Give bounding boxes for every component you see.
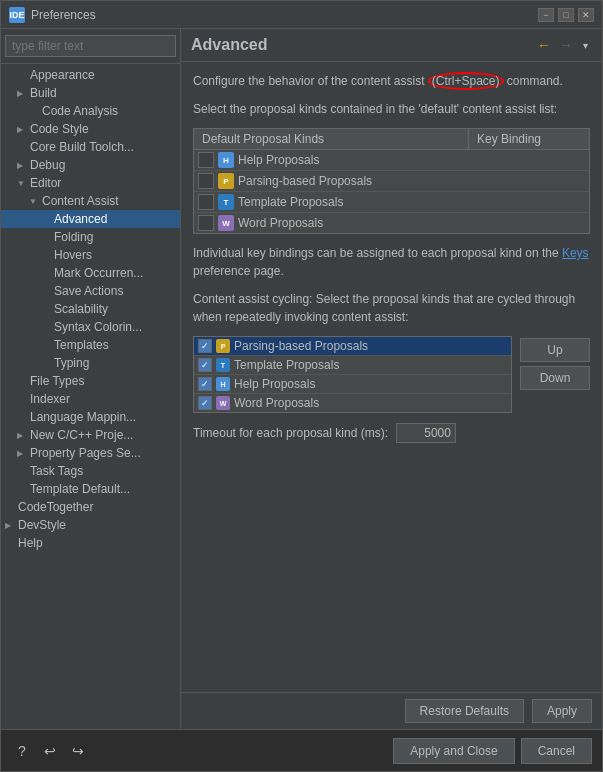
cycling-checkbox[interactable] [198, 377, 212, 391]
cycling-icon: H [216, 377, 230, 391]
keys-link[interactable]: Keys [562, 246, 589, 260]
tree-item-indexer[interactable]: Indexer [1, 390, 180, 408]
cycling-icon: W [216, 396, 230, 410]
tree-item-label: Task Tags [30, 464, 83, 478]
tree-item-content-assist[interactable]: ▼Content Assist [1, 192, 180, 210]
shortcut-highlight: (Ctrl+Space) [428, 72, 504, 90]
cycling-label: Word Proposals [234, 396, 319, 410]
tree-item-label: Template Default... [30, 482, 130, 496]
tree-item-label: Help [18, 536, 43, 550]
main-content: Appearance▶BuildCode Analysis▶Code Style… [1, 29, 602, 729]
bottom-bar: ? ↩ ↪ Apply and Close Cancel [1, 729, 602, 771]
tree-item-scalability[interactable]: Scalability [1, 300, 180, 318]
tree-item-help[interactable]: Help [1, 534, 180, 552]
timeout-input[interactable] [396, 423, 456, 443]
tree-item-label: New C/C++ Proje... [30, 428, 133, 442]
tree-item-templates[interactable]: Templates [1, 336, 180, 354]
tree-item-language-mapping[interactable]: Language Mappin... [1, 408, 180, 426]
keybinding-text: Individual key bindings can be assigned … [193, 244, 590, 280]
tree-item-template-default[interactable]: Template Default... [1, 480, 180, 498]
tree-item-label: Content Assist [42, 194, 119, 208]
tree-item-label: DevStyle [18, 518, 66, 532]
right-body: Configure the behavior of the content as… [181, 62, 602, 692]
tree-item-devstyle[interactable]: ▶DevStyle [1, 516, 180, 534]
tree-item-label: Code Style [30, 122, 89, 136]
tree-item-codetogether[interactable]: CodeTogether [1, 498, 180, 516]
up-button[interactable]: Up [520, 338, 590, 362]
tree-item-label: Mark Occurren... [54, 266, 143, 280]
table-row[interactable]: H Help Proposals [194, 150, 589, 171]
row-checkbox[interactable] [198, 194, 214, 210]
tree-item-label: Indexer [30, 392, 70, 406]
minimize-button[interactable]: − [538, 8, 554, 22]
apply-and-close-button[interactable]: Apply and Close [393, 738, 514, 764]
cycling-row[interactable]: H Help Proposals [194, 375, 511, 394]
tree-item-appearance[interactable]: Appearance [1, 66, 180, 84]
tree-item-mark-occurrences[interactable]: Mark Occurren... [1, 264, 180, 282]
forward-button[interactable]: → [556, 35, 576, 55]
tree-item-label: Folding [54, 230, 93, 244]
tree-item-syntax-coloring[interactable]: Syntax Colorin... [1, 318, 180, 336]
table-row[interactable]: P Parsing-based Proposals [194, 171, 589, 192]
tree-item-hovers[interactable]: Hovers [1, 246, 180, 264]
apply-button[interactable]: Apply [532, 699, 592, 723]
cycling-checkbox[interactable] [198, 396, 212, 410]
row-icon: T [218, 194, 234, 210]
tree-item-save-actions[interactable]: Save Actions [1, 282, 180, 300]
cycling-description: Content assist cycling: Select the propo… [193, 290, 590, 326]
tree-item-label: Editor [30, 176, 61, 190]
cycling-checkbox[interactable] [198, 339, 212, 353]
maximize-button[interactable]: □ [558, 8, 574, 22]
tree-item-label: Appearance [30, 68, 95, 82]
restore-defaults-button[interactable]: Restore Defaults [405, 699, 524, 723]
tree-item-task-tags[interactable]: Task Tags [1, 462, 180, 480]
arrow-icon: ▶ [17, 431, 27, 440]
section-label-proposals: Select the proposal kinds contained in t… [193, 100, 590, 118]
tree-item-build[interactable]: ▶Build [1, 84, 180, 102]
tree-item-property-pages[interactable]: ▶Property Pages Se... [1, 444, 180, 462]
row-icon: H [218, 152, 234, 168]
row-checkbox[interactable] [198, 152, 214, 168]
tree-item-folding[interactable]: Folding [1, 228, 180, 246]
timeout-label: Timeout for each proposal kind (ms): [193, 426, 388, 440]
tree-item-typing[interactable]: Typing [1, 354, 180, 372]
tree-item-code-style[interactable]: ▶Code Style [1, 120, 180, 138]
arrow-icon: ▼ [29, 197, 39, 206]
tree-item-label: File Types [30, 374, 84, 388]
tree-item-label: Hovers [54, 248, 92, 262]
right-header: Advanced ← → ▾ [181, 29, 602, 62]
tree-item-editor[interactable]: ▼Editor [1, 174, 180, 192]
cancel-button[interactable]: Cancel [521, 738, 592, 764]
tree-item-label: Debug [30, 158, 65, 172]
arrow-icon: ▶ [17, 125, 27, 134]
tree-item-advanced[interactable]: Advanced [1, 210, 180, 228]
export-icon[interactable]: ↪ [67, 740, 89, 762]
col-keybinding: Key Binding [469, 129, 589, 149]
description-1: Configure the behavior of the content as… [193, 72, 590, 90]
down-button[interactable]: Down [520, 366, 590, 390]
nav-dropdown-button[interactable]: ▾ [578, 35, 592, 55]
tree-item-file-types[interactable]: File Types [1, 372, 180, 390]
tree-item-core-build[interactable]: Core Build Toolch... [1, 138, 180, 156]
row-checkbox[interactable] [198, 215, 214, 231]
cycling-row[interactable]: T Template Proposals [194, 356, 511, 375]
cycling-row[interactable]: P Parsing-based Proposals [194, 337, 511, 356]
cycling-label: Template Proposals [234, 358, 339, 372]
table-row[interactable]: W Word Proposals [194, 213, 589, 233]
row-checkbox[interactable] [198, 173, 214, 189]
tree-item-debug[interactable]: ▶Debug [1, 156, 180, 174]
row-icon: W [218, 215, 234, 231]
import-icon[interactable]: ↩ [39, 740, 61, 762]
row-label: Parsing-based Proposals [238, 174, 585, 188]
close-button[interactable]: ✕ [578, 8, 594, 22]
tree-item-new-cpp[interactable]: ▶New C/C++ Proje... [1, 426, 180, 444]
cycling-row[interactable]: W Word Proposals [194, 394, 511, 412]
cycling-list: P Parsing-based Proposals T Template Pro… [193, 336, 512, 413]
proposal-table: Default Proposal Kinds Key Binding H Hel… [193, 128, 590, 234]
back-button[interactable]: ← [534, 35, 554, 55]
help-icon[interactable]: ? [11, 740, 33, 762]
cycling-checkbox[interactable] [198, 358, 212, 372]
tree-item-code-analysis[interactable]: Code Analysis [1, 102, 180, 120]
table-row[interactable]: T Template Proposals [194, 192, 589, 213]
search-input[interactable] [5, 35, 176, 57]
